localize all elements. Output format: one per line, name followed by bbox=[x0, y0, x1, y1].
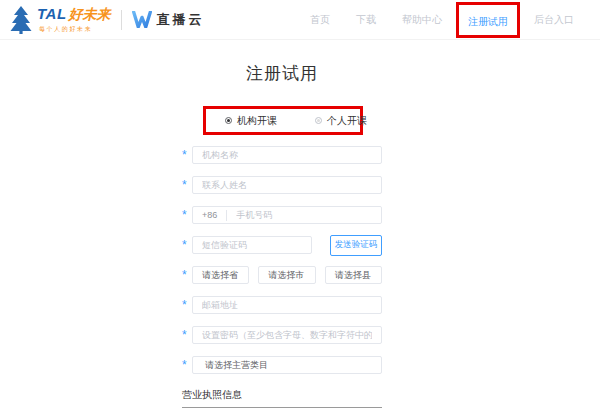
tal-brand-logo: TAL 好未来 每个人的好未来 直播云 bbox=[8, 5, 205, 34]
password-input[interactable] bbox=[192, 326, 382, 344]
annotation-box-register-trial: 注册试用 bbox=[456, 2, 520, 38]
send-sms-code-button[interactable]: 发送验证码 bbox=[330, 235, 382, 256]
tal-brand-cn-text: 好未来 bbox=[69, 6, 111, 24]
required-marker: * bbox=[182, 354, 192, 377]
radio-option-personal[interactable]: 个人开课 bbox=[315, 114, 367, 128]
province-select[interactable]: 请选择省 bbox=[192, 266, 249, 284]
register-form-area: 注册试用 机构开课 个人开课 * * * +86 * bbox=[182, 62, 382, 408]
radio-selected-icon[interactable] bbox=[225, 117, 232, 124]
phone-country-code: +86 bbox=[193, 210, 226, 220]
radio-unselected-icon[interactable] bbox=[315, 117, 322, 124]
nav-item-admin-entry[interactable]: 后台入口 bbox=[534, 13, 574, 27]
required-marker: * bbox=[182, 324, 192, 347]
logo-divider bbox=[121, 10, 122, 30]
brand-tagline: 每个人的好未来 bbox=[37, 25, 111, 34]
required-marker: * bbox=[182, 294, 192, 317]
required-marker: * bbox=[182, 264, 192, 287]
main-category-select[interactable]: 请选择主营类目 bbox=[192, 356, 382, 374]
tal-tree-logo-icon bbox=[8, 6, 34, 34]
county-select[interactable]: 请选择县 bbox=[325, 266, 382, 284]
nav-item-download[interactable]: 下载 bbox=[356, 13, 376, 27]
phone-field: +86 bbox=[192, 206, 382, 224]
email-input[interactable] bbox=[192, 296, 382, 314]
required-marker: * bbox=[182, 234, 192, 257]
phone-input[interactable] bbox=[227, 207, 381, 223]
nav-item-help-center[interactable]: 帮助中心 bbox=[402, 13, 442, 27]
top-nav-bar: TAL 好未来 每个人的好未来 直播云 首页 下载 帮助中心 注册试用 后台入口 bbox=[0, 0, 600, 40]
city-select[interactable]: 请选择市 bbox=[258, 266, 315, 284]
password-row: * bbox=[182, 326, 382, 344]
region-select-group: 请选择省 请选择市 请选择县 bbox=[192, 266, 382, 284]
nav-item-home[interactable]: 首页 bbox=[310, 13, 330, 27]
phone-row: * +86 bbox=[182, 206, 382, 224]
required-marker: * bbox=[182, 204, 192, 227]
nav-item-register-trial[interactable]: 注册试用 bbox=[468, 16, 508, 27]
register-form: * * * +86 * 发送验证码 * 请选择省 请选择市 请选择县 bbox=[182, 146, 382, 374]
product-name-text: 直播云 bbox=[157, 11, 205, 29]
tal-brand-text: TAL bbox=[37, 5, 67, 22]
radio-option-institution[interactable]: 机构开课 bbox=[225, 114, 277, 128]
annotation-box-course-type: 机构开课 个人开课 bbox=[203, 106, 363, 135]
contact-name-row: * bbox=[182, 176, 382, 194]
org-name-row: * bbox=[182, 146, 382, 164]
sms-code-row: * 发送验证码 bbox=[182, 236, 382, 254]
contact-name-input[interactable] bbox=[192, 176, 382, 194]
main-nav: 首页 下载 帮助中心 注册试用 后台入口 bbox=[310, 11, 574, 29]
radio-label-institution: 机构开课 bbox=[237, 114, 277, 128]
radio-label-personal: 个人开课 bbox=[327, 114, 367, 128]
email-row: * bbox=[182, 296, 382, 314]
sms-code-input[interactable] bbox=[192, 236, 312, 254]
org-name-input[interactable] bbox=[192, 146, 382, 164]
required-marker: * bbox=[182, 174, 192, 197]
zhiboyun-logo-icon bbox=[132, 11, 152, 28]
required-marker: * bbox=[182, 144, 192, 167]
section-business-license-header: 营业执照信息 bbox=[182, 388, 382, 408]
region-row: * 请选择省 请选择市 请选择县 bbox=[182, 266, 382, 284]
category-row: * 请选择主营类目 bbox=[182, 356, 382, 374]
page-title: 注册试用 bbox=[182, 62, 382, 85]
